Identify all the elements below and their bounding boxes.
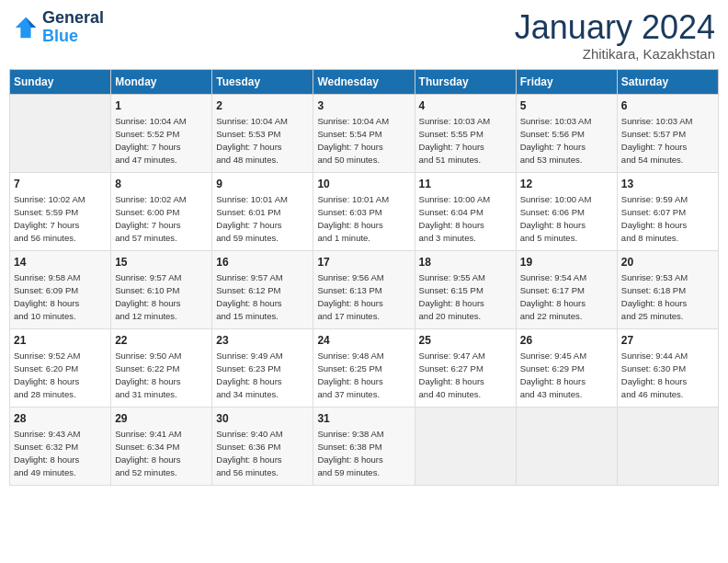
day-number: 25 <box>419 333 512 349</box>
day-info: Sunrise: 10:04 AM Sunset: 5:53 PM Daylig… <box>216 115 309 166</box>
day-cell: 16Sunrise: 9:57 AM Sunset: 6:12 PM Dayli… <box>212 250 313 328</box>
day-number: 30 <box>216 411 309 427</box>
day-info: Sunrise: 10:00 AM Sunset: 6:06 PM Daylig… <box>520 193 613 244</box>
weekday-header-saturday: Saturday <box>617 69 718 94</box>
day-cell: 9Sunrise: 10:01 AM Sunset: 6:01 PM Dayli… <box>212 172 313 250</box>
week-row-1: 1Sunrise: 10:04 AM Sunset: 5:52 PM Dayli… <box>10 94 719 172</box>
day-cell: 12Sunrise: 10:00 AM Sunset: 6:06 PM Dayl… <box>516 172 617 250</box>
day-cell: 19Sunrise: 9:54 AM Sunset: 6:17 PM Dayli… <box>516 250 617 328</box>
day-info: Sunrise: 9:53 AM Sunset: 6:18 PM Dayligh… <box>621 271 714 322</box>
day-info: Sunrise: 9:52 AM Sunset: 6:20 PM Dayligh… <box>14 350 107 400</box>
day-info: Sunrise: 9:47 AM Sunset: 6:27 PM Dayligh… <box>419 350 512 400</box>
day-cell <box>415 407 516 485</box>
day-cell: 3Sunrise: 10:04 AM Sunset: 5:54 PM Dayli… <box>313 94 415 172</box>
day-number: 17 <box>317 255 410 270</box>
day-cell: 30Sunrise: 9:40 AM Sunset: 6:36 PM Dayli… <box>212 407 313 485</box>
day-cell: 31Sunrise: 9:38 AM Sunset: 6:38 PM Dayli… <box>313 407 415 485</box>
day-cell: 29Sunrise: 9:41 AM Sunset: 6:34 PM Dayli… <box>111 407 212 485</box>
day-info: Sunrise: 9:38 AM Sunset: 6:38 PM Dayligh… <box>317 428 410 478</box>
day-info: Sunrise: 9:57 AM Sunset: 6:12 PM Dayligh… <box>216 271 309 322</box>
day-info: Sunrise: 9:57 AM Sunset: 6:10 PM Dayligh… <box>115 271 208 322</box>
day-info: Sunrise: 9:45 AM Sunset: 6:29 PM Dayligh… <box>520 350 613 400</box>
day-info: Sunrise: 10:01 AM Sunset: 6:03 PM Daylig… <box>317 193 410 244</box>
day-number: 11 <box>419 177 512 192</box>
day-info: Sunrise: 10:02 AM Sunset: 6:00 PM Daylig… <box>115 193 208 244</box>
day-number: 28 <box>14 411 107 427</box>
day-info: Sunrise: 9:41 AM Sunset: 6:34 PM Dayligh… <box>115 428 208 478</box>
day-cell: 10Sunrise: 10:01 AM Sunset: 6:03 PM Dayl… <box>313 172 415 250</box>
day-number: 31 <box>317 411 410 427</box>
day-cell: 4Sunrise: 10:03 AM Sunset: 5:55 PM Dayli… <box>415 94 516 172</box>
day-info: Sunrise: 10:01 AM Sunset: 6:01 PM Daylig… <box>216 193 309 244</box>
day-number: 2 <box>216 98 309 114</box>
day-cell: 17Sunrise: 9:56 AM Sunset: 6:13 PM Dayli… <box>313 250 415 328</box>
week-row-4: 21Sunrise: 9:52 AM Sunset: 6:20 PM Dayli… <box>10 328 719 407</box>
day-number: 7 <box>14 177 107 192</box>
weekday-header-sunday: Sunday <box>10 69 111 94</box>
day-cell: 26Sunrise: 9:45 AM Sunset: 6:29 PM Dayli… <box>516 328 617 407</box>
day-cell: 28Sunrise: 9:43 AM Sunset: 6:32 PM Dayli… <box>10 407 111 485</box>
day-cell: 20Sunrise: 9:53 AM Sunset: 6:18 PM Dayli… <box>617 250 718 328</box>
day-number: 1 <box>115 98 208 114</box>
weekday-header-row: SundayMondayTuesdayWednesdayThursdayFrid… <box>10 69 719 94</box>
logo-icon <box>13 15 39 40</box>
day-cell: 1Sunrise: 10:04 AM Sunset: 5:52 PM Dayli… <box>111 94 212 172</box>
day-info: Sunrise: 9:50 AM Sunset: 6:22 PM Dayligh… <box>115 350 208 400</box>
day-cell: 7Sunrise: 10:02 AM Sunset: 5:59 PM Dayli… <box>10 172 111 250</box>
day-cell: 22Sunrise: 9:50 AM Sunset: 6:22 PM Dayli… <box>111 328 212 407</box>
weekday-header-wednesday: Wednesday <box>313 69 415 94</box>
day-number: 20 <box>621 255 714 270</box>
day-info: Sunrise: 10:00 AM Sunset: 6:04 PM Daylig… <box>419 193 512 244</box>
day-cell: 15Sunrise: 9:57 AM Sunset: 6:10 PM Dayli… <box>111 250 212 328</box>
page-header: General Blue January 2024 Zhitikara, Kaz… <box>9 9 719 62</box>
day-number: 14 <box>14 255 107 270</box>
day-info: Sunrise: 9:56 AM Sunset: 6:13 PM Dayligh… <box>317 271 410 322</box>
title-block: January 2024 Zhitikara, Kazakhstan <box>515 9 715 62</box>
day-number: 22 <box>115 333 208 349</box>
day-cell <box>10 94 111 172</box>
day-cell: 13Sunrise: 9:59 AM Sunset: 6:07 PM Dayli… <box>617 172 718 250</box>
day-info: Sunrise: 9:58 AM Sunset: 6:09 PM Dayligh… <box>14 271 107 322</box>
day-number: 3 <box>317 98 410 114</box>
day-number: 15 <box>115 255 208 270</box>
day-number: 26 <box>520 333 613 349</box>
day-info: Sunrise: 9:49 AM Sunset: 6:23 PM Dayligh… <box>216 350 309 400</box>
day-number: 6 <box>621 98 714 114</box>
day-number: 18 <box>419 255 512 270</box>
day-number: 10 <box>317 177 410 192</box>
day-number: 5 <box>520 98 613 114</box>
day-cell: 18Sunrise: 9:55 AM Sunset: 6:15 PM Dayli… <box>415 250 516 328</box>
calendar-table: SundayMondayTuesdayWednesdayThursdayFrid… <box>9 69 719 486</box>
day-info: Sunrise: 9:55 AM Sunset: 6:15 PM Dayligh… <box>419 271 512 322</box>
day-number: 19 <box>520 255 613 270</box>
location: Zhitikara, Kazakhstan <box>515 46 715 62</box>
day-number: 16 <box>216 255 309 270</box>
day-info: Sunrise: 10:04 AM Sunset: 5:52 PM Daylig… <box>115 115 208 166</box>
weekday-header-monday: Monday <box>111 69 212 94</box>
week-row-3: 14Sunrise: 9:58 AM Sunset: 6:09 PM Dayli… <box>10 250 719 328</box>
day-info: Sunrise: 9:43 AM Sunset: 6:32 PM Dayligh… <box>14 428 107 478</box>
day-info: Sunrise: 9:54 AM Sunset: 6:17 PM Dayligh… <box>520 271 613 322</box>
weekday-header-friday: Friday <box>516 69 617 94</box>
day-cell <box>516 407 617 485</box>
day-number: 4 <box>419 98 512 114</box>
day-cell: 2Sunrise: 10:04 AM Sunset: 5:53 PM Dayli… <box>212 94 313 172</box>
week-row-5: 28Sunrise: 9:43 AM Sunset: 6:32 PM Dayli… <box>10 407 719 485</box>
day-cell: 21Sunrise: 9:52 AM Sunset: 6:20 PM Dayli… <box>10 328 111 407</box>
day-number: 8 <box>115 177 208 192</box>
day-number: 23 <box>216 333 309 349</box>
month-title: January 2024 <box>515 9 715 46</box>
day-number: 29 <box>115 411 208 427</box>
logo: General Blue <box>13 9 104 46</box>
day-cell: 11Sunrise: 10:00 AM Sunset: 6:04 PM Dayl… <box>415 172 516 250</box>
day-info: Sunrise: 10:03 AM Sunset: 5:57 PM Daylig… <box>621 115 714 166</box>
day-cell: 25Sunrise: 9:47 AM Sunset: 6:27 PM Dayli… <box>415 328 516 407</box>
day-cell: 8Sunrise: 10:02 AM Sunset: 6:00 PM Dayli… <box>111 172 212 250</box>
day-number: 27 <box>621 333 714 349</box>
day-number: 9 <box>216 177 309 192</box>
day-cell: 14Sunrise: 9:58 AM Sunset: 6:09 PM Dayli… <box>10 250 111 328</box>
day-info: Sunrise: 10:02 AM Sunset: 5:59 PM Daylig… <box>14 193 107 244</box>
day-number: 12 <box>520 177 613 192</box>
day-cell: 23Sunrise: 9:49 AM Sunset: 6:23 PM Dayli… <box>212 328 313 407</box>
day-cell <box>617 407 718 485</box>
